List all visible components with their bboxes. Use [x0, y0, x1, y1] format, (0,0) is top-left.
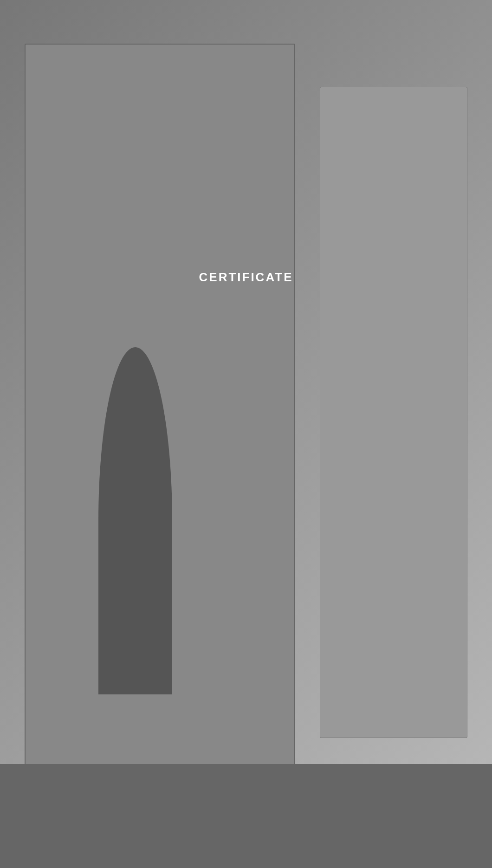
production-bottom-images — [19, 693, 473, 785]
certificate-header-text: CERTIFICATE — [199, 270, 293, 284]
production-section: PRODUCTION PROCESS — [0, 509, 492, 799]
assembling-process-image — [328, 693, 473, 785]
production-content: 2.LATHING 4.GRINDING 6.TESTING 1.FORGING… — [0, 540, 492, 799]
